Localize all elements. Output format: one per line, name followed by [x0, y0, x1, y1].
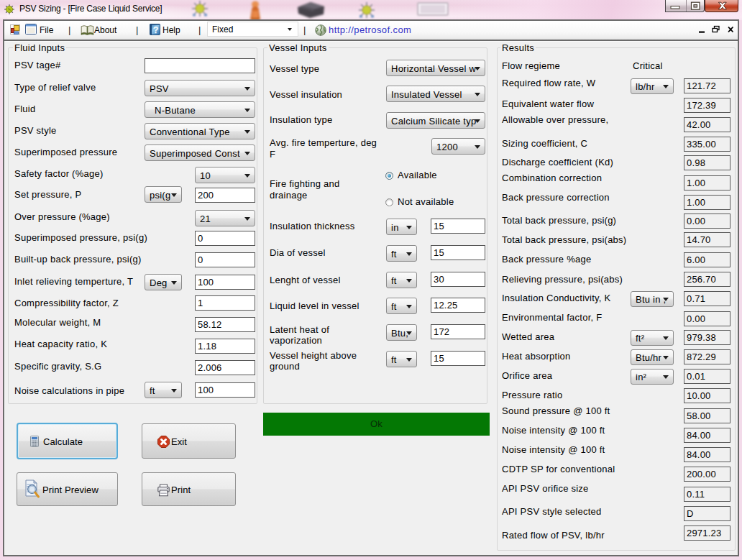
svg-text:?: ?	[153, 25, 158, 35]
